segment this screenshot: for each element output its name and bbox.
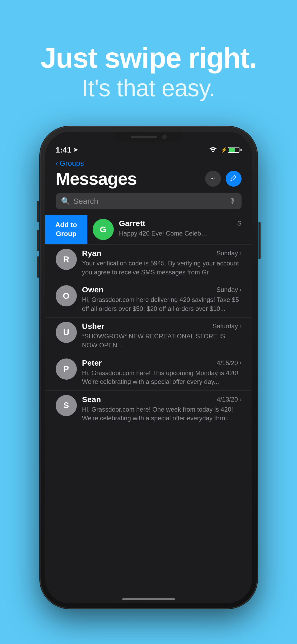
status-time: 1:41 ➤ — [56, 145, 78, 154]
hero-subtitle: It's that easy. — [0, 74, 297, 102]
sender-name: Garrett — [119, 219, 145, 228]
message-header: Owen Sunday › — [82, 285, 242, 294]
message-content-garrett: G Garrett S Happy 420 Eve! Come Celebrat… — [87, 215, 252, 244]
sender-name: Owen — [82, 285, 104, 294]
message-date: 4/15/20 › — [217, 359, 241, 367]
message-header: Peter 4/15/20 › — [82, 358, 242, 367]
svg-point-0 — [212, 151, 214, 152]
chevron-right-icon: › — [239, 396, 241, 403]
avatar: G — [93, 219, 114, 240]
search-bar[interactable]: 🔍 Search 🎙 — [56, 193, 242, 209]
status-icons: ⚡ — [209, 146, 242, 154]
table-row[interactable]: S Sean 4/13/20 › Hi, Grassdoor.com here!… — [45, 391, 252, 427]
home-indicator — [122, 598, 175, 600]
table-row[interactable]: R Ryan Sunday › Your verification code i… — [45, 245, 252, 281]
message-header: Sean 4/13/20 › — [82, 395, 242, 404]
header-row: Messages ••• — [56, 169, 242, 189]
more-button[interactable]: ••• — [205, 171, 221, 187]
message-details: Usher Saturday › *SHOWGROW* NEW RECREATI… — [82, 322, 242, 349]
avatar: S — [56, 395, 77, 416]
avatar: O — [56, 285, 77, 306]
add-to-group-button[interactable]: Add to Group — [45, 215, 87, 244]
back-chevron-icon: ‹ — [56, 159, 58, 168]
phone-notch — [114, 132, 183, 142]
message-preview: Hi, Grassdoor.com here! One week from to… — [82, 405, 242, 423]
microphone-icon: 🎙 — [229, 197, 236, 206]
phone-mockup: 1:41 ➤ ⚡ — [40, 127, 257, 616]
message-details: Sean 4/13/20 › Hi, Grassdoor.com here! O… — [82, 395, 242, 423]
message-preview: Happy 420 Eve! Come Celebrate With The G… — [119, 229, 209, 238]
hero-title: Just swipe right. — [0, 42, 297, 74]
message-date: Saturday › — [213, 323, 241, 330]
message-date: Sunday › — [216, 250, 242, 257]
messages-title: Messages — [56, 169, 137, 189]
speaker — [131, 136, 157, 138]
sender-name: Sean — [82, 395, 101, 404]
chevron-right-icon: › — [239, 323, 241, 330]
message-details: Garrett S Happy 420 Eve! Come Celebrate … — [119, 219, 242, 238]
sender-name: Ryan — [82, 249, 101, 258]
message-header: Garrett S — [119, 219, 242, 228]
location-icon: ➤ — [73, 146, 78, 153]
message-date: Sunday › — [216, 286, 242, 293]
message-details: Ryan Sunday › Your verification code is … — [82, 249, 242, 277]
sender-name: Peter — [82, 358, 102, 367]
search-icon: 🔍 — [61, 197, 70, 206]
search-placeholder: Search — [73, 197, 226, 206]
header-actions: ••• — [205, 171, 242, 187]
avatar: U — [56, 322, 77, 343]
message-date: 4/13/20 › — [217, 396, 241, 403]
messages-header: ‹ Groups Messages ••• — [45, 157, 252, 189]
phone-screen: 1:41 ➤ ⚡ — [45, 132, 252, 603]
message-details: Peter 4/15/20 › Hi, Grassdoor.com here! … — [82, 358, 242, 386]
chevron-right-icon: › — [239, 360, 241, 366]
table-row[interactable]: Add to Group G Garrett S — [45, 215, 252, 245]
chevron-right-icon: › — [239, 286, 241, 293]
message-preview: *SHOWGROW* NEW RECREATIONAL STORE IS NOW… — [82, 332, 242, 349]
compose-button[interactable] — [226, 171, 242, 187]
message-date: S — [237, 220, 241, 227]
message-list: Add to Group G Garrett S — [45, 215, 252, 427]
battery-icon: ⚡ — [221, 147, 242, 153]
message-preview: Hi, Grassdoor.com here! This upcoming Mo… — [82, 369, 242, 386]
table-row[interactable]: U Usher Saturday › *SHOWGROW* NEW RECREA… — [45, 318, 252, 354]
chevron-right-icon: › — [239, 250, 241, 257]
avatar: P — [56, 358, 77, 380]
avatar: R — [56, 249, 77, 270]
table-row[interactable]: O Owen Sunday › Hi, Grassdoor.com here d… — [45, 281, 252, 318]
wifi-icon — [209, 146, 218, 154]
message-details: Owen Sunday › Hi, Grassdoor.com here del… — [82, 285, 242, 313]
message-header: Usher Saturday › — [82, 322, 242, 331]
phone-outer: 1:41 ➤ ⚡ — [40, 127, 257, 608]
camera — [162, 135, 167, 139]
table-row[interactable]: P Peter 4/15/20 › Hi, Grassdoor.com here… — [45, 354, 252, 391]
message-header: Ryan Sunday › — [82, 249, 242, 258]
message-preview: Hi, Grassdoor.com here delivering 420 sa… — [82, 295, 242, 313]
message-preview: Your verification code is 5945. By verif… — [82, 259, 242, 277]
groups-back-button[interactable]: ‹ Groups — [56, 159, 242, 168]
hero-section: Just swipe right. It's that easy. — [0, 0, 297, 118]
sender-name: Usher — [82, 322, 105, 331]
